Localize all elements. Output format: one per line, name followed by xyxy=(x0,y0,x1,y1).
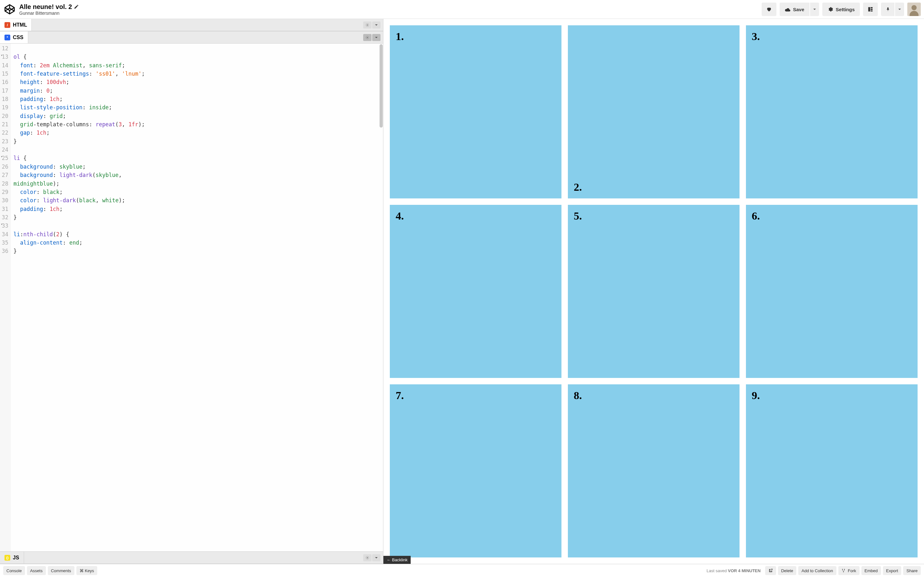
header: Alle neune! vol. 2 Gunnar Bittersmann Sa… xyxy=(0,0,924,19)
svg-point-12 xyxy=(367,557,368,558)
svg-point-14 xyxy=(844,569,845,570)
pin-dropdown[interactable] xyxy=(895,3,904,16)
embed-button[interactable]: Embed xyxy=(861,566,881,575)
preview-tile: 4. xyxy=(390,205,561,378)
svg-point-15 xyxy=(843,572,844,572)
css-panel: * CSS 1213141516171819202122232425262728… xyxy=(0,31,383,551)
svg-rect-3 xyxy=(868,7,870,11)
css-editor[interactable]: 1213141516171819202122232425262728293031… xyxy=(0,44,383,551)
html-tab-label: HTML xyxy=(13,22,27,28)
keys-button[interactable]: ⌘ Keys xyxy=(76,566,97,575)
line-gutter: 1213141516171819202122232425262728293031… xyxy=(0,44,11,551)
svg-rect-6 xyxy=(871,11,873,11)
save-label: Save xyxy=(793,7,804,12)
layout-icon xyxy=(867,6,873,12)
edit-title-icon[interactable] xyxy=(74,4,79,9)
svg-rect-4 xyxy=(871,7,873,8)
title-block: Alle neune! vol. 2 Gunnar Bittersmann xyxy=(19,3,79,16)
css-panel-header: * CSS xyxy=(0,31,383,44)
css-tab[interactable]: * CSS xyxy=(0,31,28,43)
pen-author[interactable]: Gunnar Bittersmann xyxy=(19,11,79,16)
preview-tile: 8. xyxy=(568,384,740,558)
backlink-badge[interactable]: ← Backlink xyxy=(383,556,411,564)
footer: Console Assets Comments ⌘ Keys Last save… xyxy=(0,564,924,577)
comments-button[interactable]: Comments xyxy=(48,566,74,575)
html-panel-header: / HTML xyxy=(0,19,383,31)
html-panel: / HTML xyxy=(0,19,383,31)
assets-button[interactable]: Assets xyxy=(27,566,46,575)
code-content[interactable]: ol { font: 2em Alchemist, sans-serif; fo… xyxy=(11,44,383,551)
export-button[interactable]: Export xyxy=(883,566,901,575)
svg-point-10 xyxy=(367,24,368,25)
pin-icon xyxy=(885,6,890,12)
save-button-group: Save xyxy=(780,3,819,16)
preview-grid: 1.2.3.4.5.6.7.8.9. xyxy=(383,19,924,564)
html-collapse-button[interactable] xyxy=(372,21,381,29)
delete-button[interactable]: Delete xyxy=(778,566,796,575)
js-tab-label: JS xyxy=(13,555,19,561)
pin-button-group xyxy=(881,3,904,16)
chevron-down-icon xyxy=(898,7,901,11)
pen-title-text: Alle neune! vol. 2 xyxy=(19,3,72,11)
preview-tile: 1. xyxy=(390,25,561,198)
scrollbar-thumb[interactable] xyxy=(380,44,383,127)
svg-point-11 xyxy=(367,37,368,38)
html-settings-button[interactable] xyxy=(363,21,372,29)
heart-icon xyxy=(766,6,772,12)
fork-label: Fork xyxy=(848,568,856,573)
preview-tile: 6. xyxy=(746,205,918,378)
js-settings-button[interactable] xyxy=(363,554,372,561)
chevron-down-icon xyxy=(375,556,378,560)
settings-button[interactable]: Settings xyxy=(822,3,860,16)
save-dropdown[interactable] xyxy=(810,3,819,16)
console-button[interactable]: Console xyxy=(3,566,25,575)
chevron-down-icon xyxy=(813,7,817,11)
css-settings-button[interactable] xyxy=(363,34,372,41)
chevron-down-icon xyxy=(375,23,378,27)
js-panel: () JS xyxy=(0,551,383,564)
js-tab[interactable]: () JS xyxy=(0,552,24,564)
gear-icon xyxy=(365,23,369,27)
gear-icon xyxy=(365,556,369,560)
css-icon: * xyxy=(5,35,10,40)
share-button[interactable]: Share xyxy=(903,566,921,575)
svg-rect-5 xyxy=(871,9,873,10)
js-collapse-button[interactable] xyxy=(372,554,381,561)
preview-tile: 5. xyxy=(568,205,740,378)
css-collapse-button[interactable] xyxy=(372,34,381,41)
love-button[interactable] xyxy=(762,3,776,16)
css-tab-label: CSS xyxy=(13,35,23,40)
preview-tile: 2. xyxy=(568,25,740,198)
save-button[interactable]: Save xyxy=(780,3,809,16)
gear-icon xyxy=(365,35,369,39)
fork-button[interactable]: Fork xyxy=(838,566,859,575)
external-link-icon xyxy=(768,568,773,573)
svg-point-8 xyxy=(911,5,917,10)
open-external-button[interactable] xyxy=(765,566,776,575)
codepen-logo[interactable] xyxy=(3,3,16,16)
chevron-down-icon xyxy=(375,35,378,39)
pin-button[interactable] xyxy=(881,3,895,16)
preview-tile: 9. xyxy=(746,384,918,558)
html-tab[interactable]: / HTML xyxy=(0,19,32,31)
last-saved-time: VOR 4 MINUTEN xyxy=(728,568,761,573)
js-icon: () xyxy=(5,555,10,561)
layout-button[interactable] xyxy=(863,3,878,16)
last-saved: Last saved VOR 4 MINUTEN xyxy=(706,568,760,573)
svg-point-13 xyxy=(842,569,843,570)
user-avatar[interactable] xyxy=(907,3,921,16)
cloud-icon xyxy=(785,7,790,11)
preview-tile: 3. xyxy=(746,25,918,198)
pen-title[interactable]: Alle neune! vol. 2 xyxy=(19,3,79,11)
editors-column: / HTML * CSS xyxy=(0,19,383,564)
settings-label: Settings xyxy=(836,7,855,12)
preview-pane: 1.2.3.4.5.6.7.8.9. ← Backlink xyxy=(383,19,924,564)
js-panel-header: () JS xyxy=(0,552,383,564)
main: / HTML * CSS xyxy=(0,19,924,564)
add-collection-button[interactable]: Add to Collection xyxy=(798,566,836,575)
fork-icon xyxy=(842,569,845,572)
preview-tile: 7. xyxy=(390,384,561,558)
gear-icon xyxy=(827,6,833,12)
last-saved-label: Last saved xyxy=(706,568,728,573)
html-icon: / xyxy=(5,22,10,28)
